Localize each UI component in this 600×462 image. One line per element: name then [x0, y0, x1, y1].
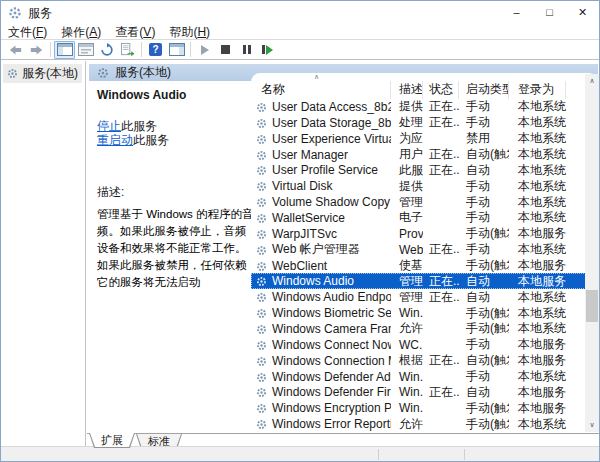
service-logon-cell: 本地服务: [509, 257, 566, 274]
table-row[interactable]: User Experience Virtualiz... 为应... 禁用 本地…: [251, 131, 598, 147]
tree-item-services-local[interactable]: 服务(本地): [3, 64, 82, 83]
service-name: Windows Camera Frame ...: [272, 322, 391, 336]
sort-ascending-icon: ∧: [314, 73, 319, 81]
table-row[interactable]: WebClient 使基... 手动(触发... 本地服务: [251, 258, 598, 274]
service-name: Windows Connection Ma...: [272, 354, 391, 368]
table-row[interactable]: Windows Defender Adva... Win... 手动 本地系统: [251, 369, 598, 385]
scroll-up-icon[interactable]: ∧: [585, 74, 599, 88]
table-row[interactable]: Windows Encryption Pro... Win... 手动(触发..…: [251, 400, 598, 416]
show-console-tree-button[interactable]: [54, 41, 75, 59]
service-gear-icon: [256, 261, 267, 272]
restart-service-button[interactable]: [257, 41, 278, 59]
service-startup-cell: 手动: [459, 241, 509, 258]
table-row[interactable]: WarpJITSvc Prov... 手动(触发... 本地服务: [251, 226, 598, 242]
services-window: 服务 – □ ✕ 文件(F) 操作(A) 查看(V) 帮助(H): [0, 0, 600, 462]
maximize-button[interactable]: □: [533, 1, 566, 25]
console-tree-icon: [57, 43, 73, 56]
service-name: Web 帐户管理器: [272, 241, 360, 258]
start-service-button[interactable]: [194, 41, 215, 59]
service-name: Windows Defender Firew...: [272, 385, 391, 399]
table-row[interactable]: User Data Access_8b2095e 提供... 正在... 手动 …: [251, 99, 598, 115]
service-startup-cell: 自动: [459, 162, 509, 179]
scrollbar-thumb[interactable]: [586, 290, 598, 322]
service-logon-cell: 本地服务: [509, 400, 566, 417]
service-gear-icon: [256, 118, 267, 129]
service-description-cell: 电子...: [391, 209, 423, 226]
service-status-cell: 正在...: [423, 384, 459, 401]
table-row[interactable]: Windows Biometric Servi... Win... 手动(触发.…: [251, 305, 598, 321]
table-row[interactable]: Volume Shadow Copy 管理... 手动 本地系统: [251, 194, 598, 210]
service-description-cell: 使基...: [391, 257, 423, 274]
restart-service-link[interactable]: 重启动: [97, 133, 133, 147]
forward-button[interactable]: [26, 41, 47, 59]
services-list-panel: ∧ 名称 描述 状态 启动类型 登录为 User Data Access_8b2…: [251, 73, 598, 433]
services-node-icon: [97, 67, 109, 79]
table-row[interactable]: User Data Storage_8b20... 处理... 正在... 手动…: [251, 115, 598, 131]
table-row[interactable]: Web 帐户管理器 Web... 正在... 手动 本地系统: [251, 242, 598, 258]
help-button[interactable]: ?: [145, 41, 166, 59]
column-header-logon-as[interactable]: 登录为: [509, 81, 566, 99]
action-pane-button[interactable]: [166, 41, 187, 59]
vertical-scrollbar[interactable]: ∧ ∨: [585, 74, 599, 432]
service-name: Windows Audio: [272, 274, 354, 288]
service-startup-cell: 手动(触发...: [459, 305, 509, 322]
column-header-status[interactable]: 状态: [423, 81, 459, 99]
pause-icon: [243, 45, 251, 54]
menu-view[interactable]: 查看(V): [108, 24, 162, 41]
service-description-cell: 管理...: [391, 194, 423, 211]
scroll-down-icon[interactable]: ∨: [585, 418, 599, 432]
table-row[interactable]: Virtual Disk 提供... 手动 本地系统: [251, 178, 598, 194]
stop-service-link[interactable]: 停止: [97, 119, 121, 133]
column-header-description[interactable]: 描述: [391, 81, 423, 99]
table-row[interactable]: Windows Error Reportin... 允许... 手动(触发...…: [251, 416, 598, 432]
service-startup-cell: 自动: [459, 289, 509, 306]
table-row[interactable]: Windows Audio 管理... 正在... 自动 本地服务: [251, 273, 598, 289]
menu-file[interactable]: 文件(F): [1, 24, 54, 41]
back-icon: [8, 43, 23, 57]
service-logon-cell: 本地系统: [509, 416, 566, 433]
back-button[interactable]: [5, 41, 26, 59]
restart-service-line: 重启动此服务: [97, 133, 253, 147]
service-description-cell: 管理 ...: [391, 289, 423, 306]
service-gear-icon: [256, 134, 267, 145]
pane-header-title: 服务(本地): [115, 64, 171, 81]
table-row[interactable]: Windows Audio Endpoint... 管理 ... 正在... 自…: [251, 289, 598, 305]
table-row[interactable]: Windows Camera Frame ... 允许... 手动(触发... …: [251, 321, 598, 337]
close-button[interactable]: ✕: [566, 1, 599, 25]
toolbar: ?: [1, 40, 599, 60]
table-row[interactable]: Windows Connection Ma... 根据... 正在... 自动(…: [251, 353, 598, 369]
service-description-cell: Win...: [391, 385, 423, 399]
service-logon-cell: 本地服务: [509, 225, 566, 242]
tab-extended[interactable]: 扩展: [89, 433, 135, 448]
service-logon-cell: 本地系统: [509, 130, 566, 147]
column-header-startup-type[interactable]: 启动类型: [459, 81, 509, 99]
menu-help[interactable]: 帮助(H): [162, 24, 217, 41]
service-description-cell: 允许...: [391, 320, 423, 337]
pause-service-button[interactable]: [236, 41, 257, 59]
service-startup-cell: 手动: [459, 209, 509, 226]
service-gear-icon: [256, 403, 267, 414]
status-bar-divider: [464, 449, 465, 460]
service-logon-cell: 本地系统: [509, 162, 566, 179]
restart-icon: [262, 45, 273, 55]
table-row[interactable]: Windows Connect Now -... WC... 手动 本地服务: [251, 337, 598, 353]
properties-button[interactable]: [75, 41, 96, 59]
export-list-button[interactable]: [117, 41, 138, 59]
stop-service-button[interactable]: [215, 41, 236, 59]
minimize-button[interactable]: –: [500, 1, 533, 25]
service-name: User Profile Service: [272, 163, 378, 177]
table-row[interactable]: User Profile Service 此服... 正在... 自动 本地系统: [251, 162, 598, 178]
service-gear-icon: [256, 181, 267, 192]
menu-bar: 文件(F) 操作(A) 查看(V) 帮助(H): [1, 25, 599, 40]
table-row[interactable]: WalletService 电子... 手动 本地系统: [251, 210, 598, 226]
service-name: Windows Encryption Pro...: [272, 401, 391, 415]
column-header-name[interactable]: 名称: [251, 81, 391, 99]
stop-icon: [221, 45, 230, 54]
table-row[interactable]: Windows Defender Firew... Win... 正在... 自…: [251, 384, 598, 400]
table-row[interactable]: User Manager 用户... 正在... 自动(触发... 本地系统: [251, 147, 598, 163]
service-name: User Manager: [272, 148, 348, 162]
service-rows: User Data Access_8b2095e 提供... 正在... 手动 …: [251, 99, 598, 432]
service-startup-cell: 手动: [459, 336, 509, 353]
refresh-button[interactable]: [96, 41, 117, 59]
menu-action[interactable]: 操作(A): [54, 24, 108, 41]
